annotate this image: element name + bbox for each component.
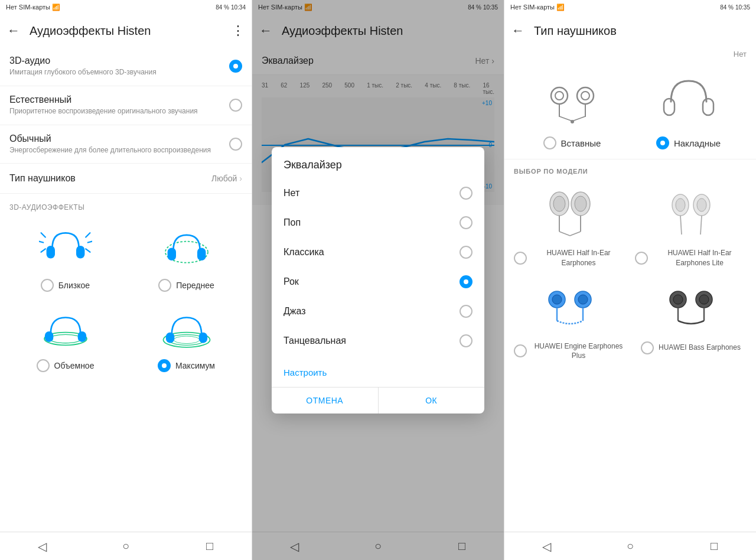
radio-close[interactable] [41, 279, 54, 292]
eq-option-dance-label: Танцевальная [284, 336, 346, 346]
eq-option-rock[interactable]: Рок [272, 267, 484, 297]
dialog-cancel-btn[interactable]: ОТМЕНА [272, 388, 378, 414]
eq-option-pop[interactable]: Поп [272, 208, 484, 237]
home-nav-3[interactable]: ○ [618, 535, 642, 558]
top-bar-3: ← Тип наушников [504, 14, 756, 47]
svg-line-27 [572, 116, 585, 121]
model-half-in-ear[interactable]: HUAWEI Half In-Ear Earphones [514, 184, 625, 268]
model-bass[interactable]: HUAWEI Bass Earphones [635, 278, 747, 362]
radio-eq-none[interactable] [460, 187, 472, 200]
eq-option-pop-label: Поп [284, 217, 301, 228]
audio-item-front[interactable]: Переднее [131, 221, 242, 292]
eq-option-jazz-label: Джаз [284, 306, 306, 317]
svg-point-17 [174, 336, 199, 344]
model-engine-plus[interactable]: HUAWEI Engine Earphones Plus [514, 278, 625, 362]
audio-item-surround[interactable]: Объемное [9, 301, 121, 372]
recent-nav-1[interactable]: □ [198, 535, 221, 558]
page-title-3: Тип наушников [534, 24, 749, 38]
svg-line-23 [559, 116, 572, 121]
type-in-ear[interactable]: Вставные [537, 70, 608, 149]
svg-point-46 [552, 295, 562, 304]
setting-3d-audio[interactable]: 3D-аудио Имитация глубокого объемного 3D… [0, 47, 252, 86]
back-nav-3[interactable]: ◁ [535, 535, 558, 558]
setting-label-3d: 3D-аудио [9, 56, 229, 66]
model-half-in-ear-lite-img [656, 184, 726, 243]
radio-eq-rock[interactable] [460, 275, 472, 288]
radio-natural[interactable] [229, 99, 242, 112]
dialog-options-list: Нет Поп Классика Рок [272, 178, 484, 360]
model-half-in-ear-lite[interactable]: HUAWEI Half In-Ear Earphones Lite [635, 184, 747, 268]
type-selector: Вставные Накладные [504, 61, 756, 159]
radio-eq-dance[interactable] [460, 334, 472, 347]
type-over-ear-label: Накладные [674, 138, 721, 148]
radio-model-2[interactable] [635, 252, 648, 265]
eq-option-none[interactable]: Нет [272, 178, 484, 208]
setting-natural[interactable]: Естественный Приоритетное воспроизведени… [0, 86, 252, 125]
svg-point-12 [50, 334, 82, 343]
radio-front[interactable] [158, 279, 171, 292]
radio-normal[interactable] [229, 138, 242, 151]
audio-item-close[interactable]: Близкое [9, 221, 121, 292]
dialog-customize-btn[interactable]: Настроить [272, 360, 484, 387]
eq-option-classic[interactable]: Классика [272, 237, 484, 267]
model-section-header: ВЫБОР ПО МОДЕЛИ [504, 159, 756, 180]
radio-model-3[interactable] [514, 344, 527, 357]
settings-list: 3D-аудио Имитация глубокого объемного 3D… [0, 47, 252, 532]
panel-headphone-type: Нет SIM-карты 📶 84 % 10:35 ← Тип наушник… [504, 0, 756, 560]
svg-rect-10 [197, 248, 206, 261]
back-button-1[interactable]: ← [7, 23, 20, 38]
radio-eq-pop[interactable] [460, 216, 472, 229]
audio-label-front: Переднее [176, 281, 214, 290]
type-over-ear[interactable]: Накладные [653, 70, 724, 149]
radio-eq-classic[interactable] [460, 246, 472, 259]
radio-eq-jazz[interactable] [460, 305, 472, 318]
headphone-type-nav[interactable]: Тип наушников Любой › [0, 164, 252, 194]
svg-rect-13 [44, 331, 53, 342]
model-half-in-ear-img [535, 184, 605, 243]
radio-surround[interactable] [37, 359, 50, 372]
back-button-3[interactable]: ← [511, 23, 524, 38]
eq-option-jazz[interactable]: Джаз [272, 297, 484, 326]
svg-line-44 [700, 216, 702, 235]
back-nav-1[interactable]: ◁ [30, 535, 54, 558]
radio-model-4[interactable] [641, 341, 654, 354]
radio-3d[interactable] [229, 60, 242, 73]
home-nav-1[interactable]: ○ [114, 535, 138, 558]
setting-label-normal: Обычный [9, 134, 229, 144]
svg-line-38 [570, 232, 581, 236]
time-3: 10:35 [735, 4, 750, 11]
eq-option-dance[interactable]: Танцевальная [272, 326, 484, 356]
audio-item-maximum[interactable]: Максимум [131, 301, 242, 372]
radio-over-ear[interactable] [656, 136, 669, 149]
radio-maximum[interactable] [158, 359, 171, 372]
audio-label-close: Близкое [58, 281, 90, 290]
dialog-ok-btn[interactable]: ОК [378, 388, 485, 414]
setting-normal[interactable]: Обычный Энергосбережение для более длите… [0, 125, 252, 164]
status-left-3: Нет SIM-карты 📶 [510, 4, 565, 11]
model-grid: HUAWEI Half In-Ear Earphones [504, 180, 756, 366]
eq-option-rock-label: Рок [284, 276, 299, 287]
panel-equalizer: Нет SIM-карты 📶 84 % 10:35 ← Аудиоэффект… [252, 0, 504, 560]
type-in-ear-label: Вставные [561, 138, 601, 148]
radio-in-ear[interactable] [543, 136, 556, 149]
svg-point-32 [553, 196, 565, 211]
model-2-label: HUAWEI Half In-Ear Earphones Lite [653, 248, 747, 268]
svg-point-35 [575, 196, 586, 211]
status-left-1: Нет SIM-карты 📶 [6, 4, 60, 11]
dialog-actions: ОТМЕНА ОК [272, 387, 484, 414]
eq-option-none-label: Нет [284, 188, 299, 198]
radio-model-1[interactable] [514, 252, 527, 265]
audio-label-maximum: Максимум [175, 361, 215, 370]
svg-rect-19 [198, 333, 207, 343]
bottom-nav-1: ◁ ○ □ [0, 532, 252, 560]
headphone-icon-front [154, 221, 219, 274]
eq-option-classic-label: Классика [284, 247, 324, 258]
svg-line-2 [41, 249, 45, 252]
model-1-label: HUAWEI Half In-Ear Earphones [532, 248, 625, 268]
recent-nav-3[interactable]: □ [702, 535, 726, 558]
svg-line-1 [39, 242, 43, 243]
more-button-1[interactable]: ⋮ [232, 23, 245, 38]
headphone-icon-maximum [154, 301, 219, 354]
svg-point-28 [571, 120, 574, 123]
status-right-3: 84 % 10:35 [720, 4, 750, 11]
